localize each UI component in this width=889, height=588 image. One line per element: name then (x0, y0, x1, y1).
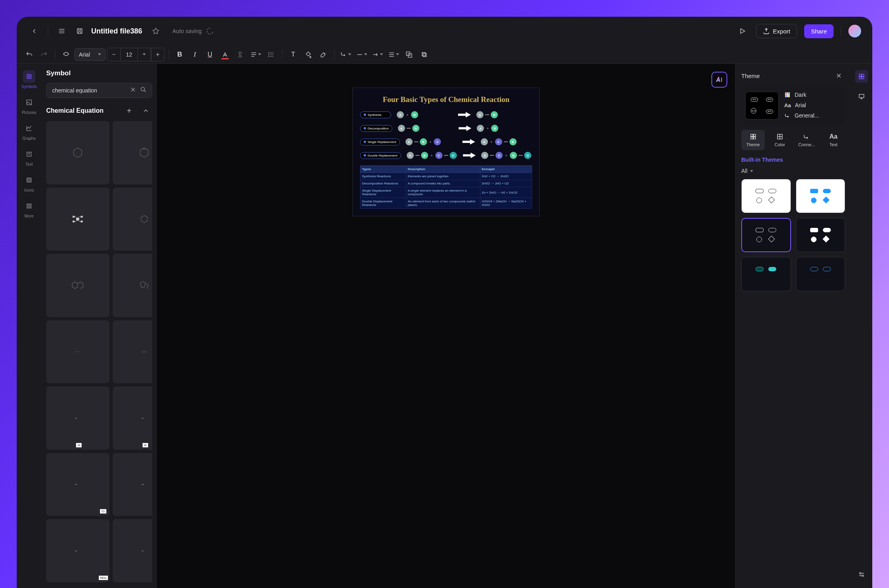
increase-size[interactable]: + (151, 48, 164, 61)
symbol-line1[interactable] (46, 320, 110, 384)
present-button[interactable] (855, 90, 868, 103)
svg-rect-41 (753, 137, 755, 139)
left-rail: Symbols Pictures Graphs Text Icons More (17, 64, 41, 588)
rail-symbols[interactable]: Symbols (22, 70, 37, 89)
search-input[interactable] (51, 87, 126, 94)
reaction-synthesis[interactable]: Synthesis A+B AB (360, 111, 532, 118)
svg-rect-39 (753, 134, 755, 136)
symbol-hexagon[interactable] (46, 121, 110, 184)
font-size-stepper[interactable]: − 12 + (107, 48, 164, 61)
theme-white-outline[interactable] (741, 179, 791, 213)
align-button[interactable] (249, 48, 263, 61)
apps-button[interactable] (855, 70, 868, 83)
symbol-hexagon3[interactable] (113, 188, 152, 251)
connector-button[interactable] (339, 48, 353, 61)
redo-button[interactable] (37, 48, 51, 61)
svg-point-6 (28, 76, 30, 78)
tab-connector[interactable]: Conne... (795, 130, 819, 150)
svg-point-12 (29, 204, 29, 204)
symbol-H[interactable]: H (46, 386, 110, 450)
line-style-button[interactable] (354, 48, 369, 61)
tab-color[interactable]: Color (768, 130, 791, 150)
svg-point-48 (860, 572, 861, 574)
undo-button[interactable] (22, 48, 36, 61)
toolbar: Arial − 12 + B I U A T (17, 45, 872, 64)
line-height-button[interactable] (264, 48, 278, 61)
svg-rect-47 (859, 94, 864, 98)
svg-point-16 (30, 206, 31, 206)
symbol-ring1[interactable] (46, 254, 110, 317)
svg-point-10 (28, 179, 30, 181)
ai-badge[interactable] (711, 72, 727, 88)
reaction-decomposition[interactable]: Decomposition AB A+B (360, 125, 532, 132)
symbol-line2[interactable] (113, 320, 152, 384)
theme-name: Dark (795, 92, 807, 98)
tab-theme[interactable]: Theme (741, 130, 765, 150)
theme-dark-filled[interactable] (796, 218, 846, 252)
rail-text[interactable]: Text (23, 148, 35, 167)
symbol-NO2[interactable]: NO₂ (46, 519, 110, 582)
theme-dark-outline[interactable] (741, 218, 791, 252)
collapse-button[interactable] (139, 104, 152, 117)
svg-rect-35 (788, 93, 790, 95)
settings-button[interactable] (855, 568, 868, 581)
text-tool-button[interactable]: T (286, 48, 300, 61)
tab-text[interactable]: AaText (822, 130, 845, 150)
menu-button[interactable] (55, 25, 68, 37)
format-painter-button[interactable] (59, 48, 73, 61)
text-style-button[interactable] (233, 48, 247, 61)
symbol-search[interactable] (46, 83, 152, 98)
bold-button[interactable]: B (173, 48, 186, 61)
category-title: Chemical Equation (46, 107, 104, 114)
svg-point-11 (27, 204, 27, 204)
reaction-single-replacement[interactable]: Single Replacement AB+C A+CB (360, 138, 532, 145)
fill-color-button[interactable] (302, 48, 315, 61)
clear-icon[interactable] (129, 86, 137, 95)
play-button[interactable] (736, 25, 749, 37)
add-category-button[interactable]: + (123, 104, 135, 117)
symbol-NH2[interactable]: NH₂ (113, 519, 152, 582)
duplicate-button[interactable] (417, 48, 431, 61)
symbol-hexagon2[interactable] (113, 121, 152, 184)
theme-dark-teal[interactable] (741, 257, 791, 291)
theme-white-blue[interactable] (796, 179, 846, 213)
svg-rect-5 (27, 74, 31, 79)
decrease-size[interactable]: − (107, 48, 121, 61)
italic-button[interactable]: I (188, 48, 202, 61)
search-icon[interactable] (140, 86, 147, 95)
theme-filter[interactable]: All (741, 168, 845, 174)
document[interactable]: Four Basic Types of Chemical Reaction Sy… (352, 88, 540, 216)
favorite-button[interactable] (149, 25, 162, 37)
symbol-structure2[interactable] (46, 188, 110, 251)
back-button[interactable] (28, 25, 41, 37)
symbol-ring2[interactable] (113, 254, 152, 317)
symbol-I[interactable]: I (113, 453, 152, 516)
font-select[interactable]: Arial (74, 48, 106, 61)
share-button[interactable]: Share (804, 24, 834, 38)
rail-graphs[interactable]: Graphs (23, 122, 36, 141)
topbar: Untitled file386 Auto saving Export Shar… (17, 17, 872, 45)
close-panel-button[interactable] (832, 69, 845, 82)
list-button[interactable] (386, 48, 401, 61)
save-icon[interactable] (75, 27, 84, 35)
reaction-double-replacement[interactable]: Double Replacement AB+CD AC+BD (360, 152, 532, 159)
highlight-button[interactable] (317, 48, 330, 61)
layers-button[interactable] (402, 48, 416, 61)
export-button[interactable]: Export (756, 24, 797, 38)
rail-more[interactable]: More (23, 200, 35, 218)
size-dropdown[interactable] (137, 48, 151, 61)
svg-point-20 (141, 87, 145, 91)
autosave-status: Auto saving (172, 27, 213, 35)
arrow-style-button[interactable] (370, 48, 385, 61)
rail-pictures[interactable]: Pictures (22, 96, 36, 115)
theme-dark-blue[interactable] (796, 257, 846, 291)
user-avatar[interactable] (848, 25, 861, 37)
canvas[interactable]: Four Basic Types of Chemical Reaction Sy… (157, 64, 735, 588)
symbol-Cl[interactable]: Cl (46, 453, 110, 516)
symbol-H2[interactable]: H (113, 386, 152, 450)
right-rail (851, 64, 872, 588)
rail-icons[interactable]: Icons (23, 174, 35, 192)
svg-rect-0 (77, 29, 82, 33)
underline-button[interactable]: U (203, 48, 217, 61)
text-color-button[interactable]: A (218, 48, 232, 61)
